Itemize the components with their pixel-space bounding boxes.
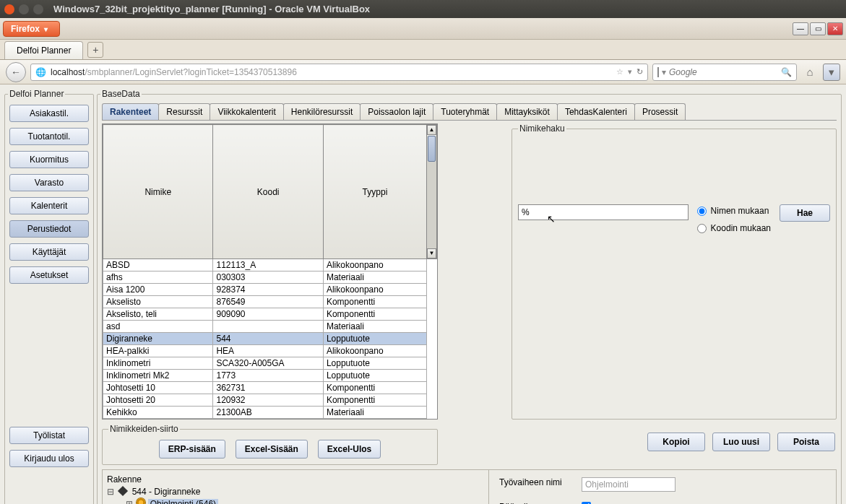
table-cell[interactable]: 120932 [213, 394, 323, 407]
radio-by-name[interactable]: Nimen mukaan [697, 206, 771, 216]
table-row[interactable]: ABSD112113_AAlikokoonpano [103, 259, 437, 271]
table-row[interactable]: HEA-palkkiHEAAlikokoonpano [103, 345, 437, 357]
bookmark-star-icon[interactable]: ☆ [616, 67, 623, 77]
tab-viikkokalenterit[interactable]: Viikkokalenterit [210, 103, 283, 120]
search-go-icon[interactable]: 🔍 [781, 67, 792, 77]
table-row[interactable]: InklinometriSCA320-A005GALopputuote [103, 357, 437, 370]
table-cell[interactable]: Lopputuote [323, 357, 426, 370]
sidebar-item-tuotantotil[interactable]: Tuotantotil. [9, 128, 89, 145]
tab-tehdaskalenteri[interactable]: TehdasKalenteri [557, 103, 635, 120]
radio-by-code[interactable]: Koodin mukaan [697, 223, 771, 233]
sidebar-item-kirjauduulos[interactable]: Kirjaudu ulos [9, 450, 89, 467]
sidebar-item-kuormitus[interactable]: Kuormitus [9, 151, 89, 168]
search-term-input[interactable] [518, 204, 689, 220]
tree-toggle-icon[interactable]: ⊞ [126, 499, 133, 504]
host-minimize-icon[interactable] [19, 4, 29, 14]
table-cell[interactable]: Aisa 1200 [103, 284, 213, 296]
table-row[interactable]: asdMateriaali [103, 321, 437, 333]
browser-tab[interactable]: Delfoi Planner [4, 41, 83, 59]
guest-minimize-button[interactable]: — [793, 22, 808, 35]
scroll-down-icon[interactable]: ▼ [427, 248, 436, 258]
sidebar-item-tylistat[interactable]: Työlistat [9, 427, 89, 444]
table-row[interactable]: Johtosetti 10362731Komponentti [103, 382, 437, 394]
col-nimike[interactable]: Nimike [103, 125, 213, 259]
tree-toggle-icon[interactable]: ⊟ [107, 487, 114, 497]
table-cell[interactable]: 928374 [213, 284, 323, 296]
sidebar-item-kalenterit[interactable]: Kalenterit [9, 197, 89, 214]
sidebar-item-asetukset[interactable]: Asetukset [9, 266, 89, 284]
table-cell[interactable]: Materiaali [323, 271, 426, 284]
table-cell[interactable]: 112113_A [213, 259, 323, 271]
guest-close-button[interactable]: ✕ [827, 22, 843, 35]
table-cell[interactable]: Akselisto [103, 296, 213, 308]
tab-rakenteet[interactable]: Rakenteet [102, 103, 159, 120]
firefox-menu-button[interactable]: Firefox [3, 21, 60, 37]
new-tab-button[interactable]: + [87, 42, 103, 58]
table-cell[interactable]: asd [103, 321, 213, 333]
table-row[interactable]: Akselisto876549Komponentti [103, 296, 437, 308]
table-cell[interactable]: Lopputuote [323, 333, 426, 345]
table-cell[interactable]: 030303 [213, 271, 323, 284]
table-cell[interactable]: Akselisto, teli [103, 308, 213, 321]
erp-in-button[interactable]: ERP-sisään [159, 440, 225, 459]
table-cell[interactable]: Materiaali [323, 407, 426, 419]
host-close-icon[interactable] [4, 4, 14, 14]
table-cell[interactable]: SCA320-A005GA [213, 357, 323, 370]
reload-icon[interactable]: ↻ [636, 67, 643, 77]
table-cell[interactable]: HEA-palkki [103, 345, 213, 357]
table-cell[interactable]: Alikokoonpano [323, 284, 426, 296]
url-bar[interactable]: 🌐 localhost/smbplanner/LoginServlet?logi… [30, 64, 648, 81]
table-cell[interactable]: 876549 [213, 296, 323, 308]
table-cell[interactable]: Johtosetti 10 [103, 382, 213, 394]
guest-maximize-button[interactable]: ▭ [810, 22, 826, 35]
table-cell[interactable]: Komponentti [323, 296, 426, 308]
sidebar-item-kyttjt[interactable]: Käyttäjät [9, 243, 89, 261]
table-cell[interactable]: ABSD [103, 259, 213, 271]
table-row[interactable]: Aisa 1200928374Alikokoonpano [103, 284, 437, 296]
table-cell[interactable]: Digiranneke [103, 333, 213, 345]
sidebar-item-varasto[interactable]: Varasto [9, 174, 89, 191]
table-cell[interactable]: 909090 [213, 308, 323, 321]
poista-button[interactable]: Poista [777, 433, 835, 451]
bookmarks-icon[interactable]: ▾ [823, 64, 840, 81]
table-row[interactable]: Akselisto, teli909090Komponentti [103, 308, 437, 321]
table-cell[interactable]: Alikokoonpano [323, 345, 426, 357]
table-cell[interactable] [213, 321, 323, 333]
table-row[interactable]: Inklinometri Mk21773Lopputuote [103, 370, 437, 382]
table-cell[interactable]: 1773 [213, 370, 323, 382]
table-cell[interactable]: Materiaali [323, 321, 426, 333]
tree-item[interactable]: ⊞ Ohjelmointi (546) [126, 498, 484, 504]
back-button[interactable]: ← [6, 62, 26, 82]
table-cell[interactable]: 21300AB [213, 407, 323, 419]
table-cell[interactable]: 362731 [213, 382, 323, 394]
table-cell[interactable]: Inklinometri [103, 357, 213, 370]
tab-mittayksikt[interactable]: Mittayksiköt [496, 103, 558, 120]
phase-name-input[interactable] [582, 477, 675, 492]
table-cell[interactable]: Inklinometri Mk2 [103, 370, 213, 382]
excel-out-button[interactable]: Excel-Ulos [318, 440, 381, 459]
col-tyyppi[interactable]: Tyyppi [323, 125, 426, 259]
tab-prosessit[interactable]: Prosessit [634, 103, 686, 120]
table-row[interactable]: afhs030303Materiaali [103, 271, 437, 284]
table-cell[interactable]: Komponentti [323, 394, 426, 407]
home-icon[interactable]: ⌂ [801, 64, 819, 81]
tree-root-label[interactable]: 544 - Digiranneke [132, 487, 201, 497]
scrollbar-thumb[interactable] [428, 136, 436, 162]
host-maximize-icon[interactable] [33, 4, 43, 14]
luo-uusi-button[interactable]: Luo uusi [712, 433, 770, 451]
tab-resurssit[interactable]: Resurssit [158, 103, 210, 120]
table-row[interactable]: Johtosetti 20120932Komponentti [103, 394, 437, 407]
table-cell[interactable]: 544 [213, 333, 323, 345]
table-cell[interactable]: Alikokoonpano [323, 259, 426, 271]
tab-henkilresurssit[interactable]: Henkilöresurssit [283, 103, 361, 120]
col-koodi[interactable]: Koodi [213, 125, 323, 259]
sidebar-item-asiakastil[interactable]: Asiakastil. [9, 105, 89, 122]
table-row[interactable]: Kehikko21300ABMateriaali [103, 407, 437, 419]
search-bar[interactable]: ▾ 🔍 [652, 64, 797, 81]
table-cell[interactable]: Johtosetti 20 [103, 394, 213, 407]
search-input[interactable] [669, 67, 778, 77]
table-row[interactable]: Digiranneke544Lopputuote [103, 333, 437, 345]
tab-poissaolonlajit[interactable]: Poissaolon lajit [360, 103, 433, 120]
hae-button[interactable]: Hae [780, 204, 830, 222]
table-cell[interactable]: Komponentti [323, 308, 426, 321]
